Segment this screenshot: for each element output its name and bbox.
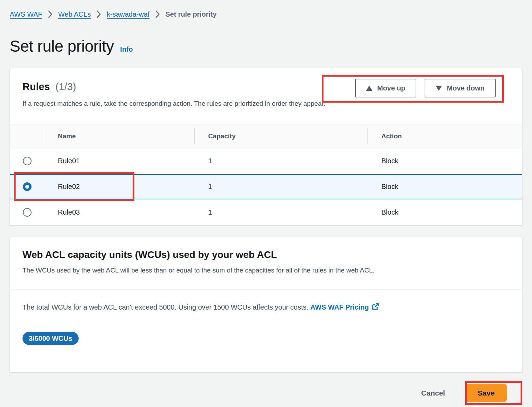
column-header-name: Name bbox=[44, 124, 194, 148]
column-header-action: Action bbox=[367, 124, 522, 148]
breadcrumb-chevron-icon bbox=[96, 10, 101, 18]
move-down-button[interactable]: Move down bbox=[425, 79, 496, 97]
wcu-description: The WCUs used by the web ACL will be les… bbox=[23, 266, 509, 275]
wcu-title: Web ACL capacity units (WCUs) used by yo… bbox=[23, 249, 509, 261]
table-row-rule03[interactable]: Rule03 1 Block bbox=[10, 199, 522, 225]
move-buttons-group: Move up Move down bbox=[355, 79, 496, 97]
page-title: Set rule priority bbox=[10, 37, 114, 55]
breadcrumb-web-acl-name[interactable]: k-sawada-waf bbox=[107, 9, 149, 19]
column-header-capacity: Capacity bbox=[194, 124, 367, 148]
move-up-icon bbox=[366, 86, 372, 91]
cancel-button[interactable]: Cancel bbox=[421, 389, 445, 397]
rule03-capacity: 1 bbox=[194, 208, 367, 216]
rule01-capacity: 1 bbox=[194, 157, 367, 165]
wcu-note-text: The total WCUs for a web ACL can't excee… bbox=[23, 303, 310, 311]
breadcrumb-web-acls[interactable]: Web ACLs bbox=[58, 9, 91, 19]
wcu-usage-badge: 3/5000 WCUs bbox=[23, 332, 79, 345]
move-up-label: Move up bbox=[377, 84, 405, 92]
table-row-rule02[interactable]: Rule02 1 Block bbox=[10, 174, 522, 199]
table-row-rule01[interactable]: Rule01 1 Block bbox=[10, 148, 522, 174]
breadcrumb-chevron-icon bbox=[48, 10, 53, 18]
wcu-panel: Web ACL capacity units (WCUs) used by yo… bbox=[10, 237, 522, 373]
breadcrumb-chevron-icon bbox=[155, 10, 160, 18]
waf-set-rule-priority-page: AWS WAF Web ACLs k-sawada-waf Set rule p… bbox=[0, 0, 532, 407]
rules-panel-header: Rules (1/3) If a request matches a rule,… bbox=[10, 68, 522, 124]
rules-description: If a request matches a rule, take the co… bbox=[23, 99, 509, 108]
footer-actions: Cancel Save bbox=[10, 384, 522, 402]
move-up-button[interactable]: Move up bbox=[355, 79, 416, 97]
breadcrumb-current-page: Set rule priority bbox=[166, 9, 217, 19]
rule01-action: Block bbox=[367, 157, 522, 165]
pricing-link-label: AWS WAF Pricing bbox=[310, 303, 369, 311]
info-link[interactable]: Info bbox=[120, 45, 133, 53]
rule02-action: Block bbox=[367, 183, 522, 191]
rule03-radio[interactable] bbox=[23, 208, 32, 217]
aws-waf-pricing-link[interactable]: AWS WAF Pricing bbox=[310, 303, 379, 311]
breadcrumb-aws-waf[interactable]: AWS WAF bbox=[10, 9, 42, 19]
breadcrumb: AWS WAF Web ACLs k-sawada-waf Set rule p… bbox=[10, 0, 522, 19]
rules-counter: (1/3) bbox=[55, 81, 76, 92]
rule02-radio-selected[interactable] bbox=[23, 182, 32, 191]
external-link-icon bbox=[372, 303, 379, 312]
move-down-label: Move down bbox=[447, 84, 485, 92]
rule01-name: Rule01 bbox=[44, 157, 194, 165]
move-down-icon bbox=[436, 86, 442, 91]
page-header: Set rule priority Info bbox=[10, 37, 522, 55]
rule02-capacity: 1 bbox=[194, 183, 367, 191]
save-button[interactable]: Save bbox=[465, 384, 507, 402]
wcu-panel-header: Web ACL capacity units (WCUs) used by yo… bbox=[10, 237, 522, 289]
rules-title: Rules bbox=[23, 81, 50, 92]
rule02-name: Rule02 bbox=[44, 183, 194, 191]
wcu-panel-content: The total WCUs for a web ACL can't excee… bbox=[10, 289, 522, 372]
rules-panel: Rules (1/3) If a request matches a rule,… bbox=[10, 68, 522, 225]
rule03-name: Rule03 bbox=[44, 208, 194, 216]
rule03-action: Block bbox=[367, 208, 522, 216]
rule01-radio[interactable] bbox=[23, 157, 32, 165]
rules-table-header: Name Capacity Action bbox=[10, 124, 522, 148]
